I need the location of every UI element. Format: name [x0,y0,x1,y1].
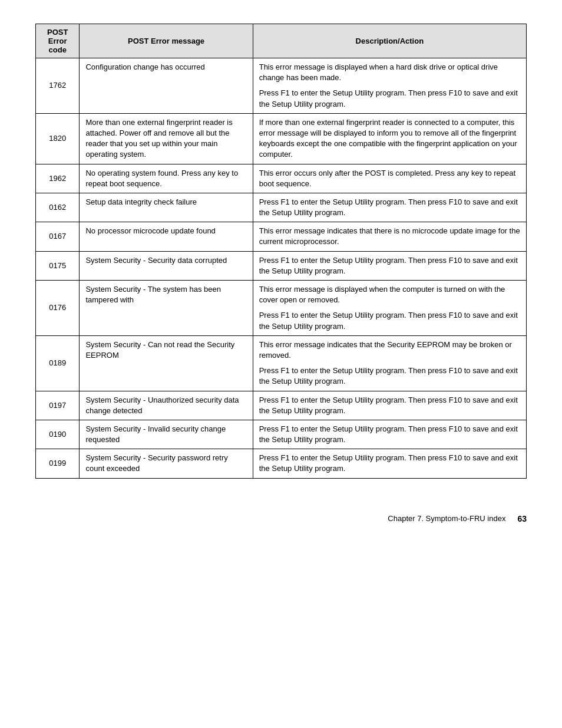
error-code-cell: 0162 [36,193,80,222]
error-code-cell: 0176 [36,281,80,336]
error-code-cell: 1820 [36,113,80,164]
table-header-row: POST Error code POST Error message Descr… [36,24,527,58]
table-row: 0190System Security - Invalid security c… [36,420,527,449]
error-description-cell: If more than one external fingerprint re… [253,113,526,164]
table-row: 0199System Security - Security password … [36,449,527,478]
error-description-cell: Press F1 to enter the Setup Utility prog… [253,251,526,280]
table-row: 0175System Security - Security data corr… [36,251,527,280]
error-code-cell: 1762 [36,58,80,114]
error-code-cell: 0167 [36,222,80,251]
table-row: 0167No processor microcode update foundT… [36,222,527,251]
error-code-cell: 0189 [36,335,80,391]
error-message-cell: No processor microcode update found [80,222,253,251]
error-description-cell: This error message is displayed when the… [253,281,526,336]
error-message-cell: System Security - Unauthorized security … [80,391,253,420]
error-code-cell: 0199 [36,449,80,478]
chapter-text: Chapter 7. Symptom-to-FRU index [388,514,505,523]
error-description-cell: Press F1 to enter the Setup Utility prog… [253,449,526,478]
header-message: POST Error message [80,24,253,58]
error-message-cell: More than one external fingerprint reade… [80,113,253,164]
error-description-cell: Press F1 to enter the Setup Utility prog… [253,420,526,449]
error-code-cell: 1962 [36,164,80,193]
header-description: Description/Action [253,24,526,58]
table-row: 1820More than one external fingerprint r… [36,113,527,164]
page-footer: Chapter 7. Symptom-to-FRU index 63 [35,514,527,523]
error-message-cell: System Security - Invalid security chang… [80,420,253,449]
error-description-cell: This error message is displayed when a h… [253,58,526,114]
error-description-cell: This error message indicates that the Se… [253,335,526,391]
error-message-cell: System Security - Security data corrupte… [80,251,253,280]
header-code: POST Error code [36,24,80,58]
error-code-cell: 0190 [36,420,80,449]
error-description-cell: This error occurs only after the POST is… [253,164,526,193]
error-message-cell: Configuration change has occurred [80,58,253,114]
error-message-cell: Setup data integrity check failure [80,193,253,222]
post-error-table-container: POST Error code POST Error message Descr… [35,24,527,479]
error-message-cell: System Security - Security password retr… [80,449,253,478]
error-description-cell: This error message indicates that there … [253,222,526,251]
error-message-cell: No operating system found. Press any key… [80,164,253,193]
table-row: 1962No operating system found. Press any… [36,164,527,193]
table-row: 0197System Security - Unauthorized secur… [36,391,527,420]
error-description-cell: Press F1 to enter the Setup Utility prog… [253,193,526,222]
table-row: 0189System Security - Can not read the S… [36,335,527,391]
table-row: 1762Configuration change has occurredThi… [36,58,527,114]
post-error-table: POST Error code POST Error message Descr… [35,24,527,479]
error-description-cell: Press F1 to enter the Setup Utility prog… [253,391,526,420]
error-message-cell: System Security - Can not read the Secur… [80,335,253,391]
error-message-cell: System Security - The system has been ta… [80,281,253,336]
table-row: 0176System Security - The system has bee… [36,281,527,336]
page-number: 63 [517,514,527,523]
error-code-cell: 0197 [36,391,80,420]
table-row: 0162Setup data integrity check failurePr… [36,193,527,222]
error-code-cell: 0175 [36,251,80,280]
